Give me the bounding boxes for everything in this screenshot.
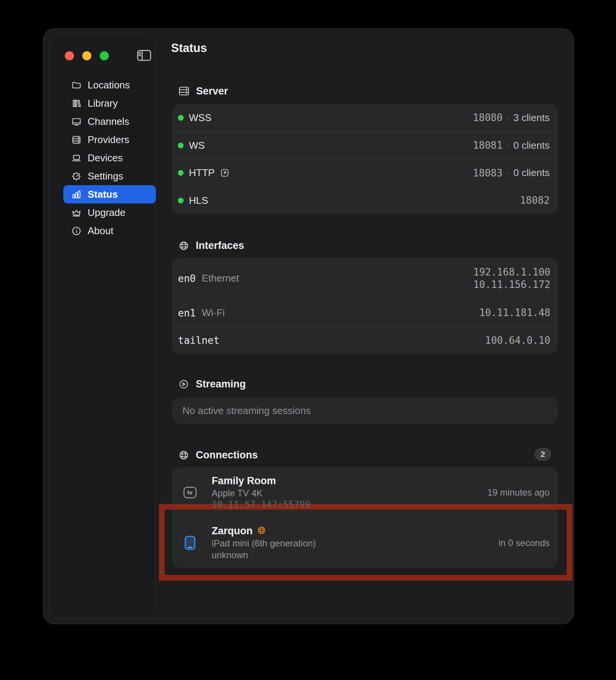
server-row-wss: WSS 18080 · 3 clients [172,104,558,132]
server-port: 18082 [520,195,550,206]
sidebar-item-label: About [88,225,113,237]
sidebar-item-label: Upgrade [88,207,126,219]
sidebar-toggle-icon[interactable] [137,50,151,61]
connection-device: Apple TV 4K [212,487,310,499]
streaming-section-title: Streaming [196,378,246,390]
sidebar-item-label: Library [88,98,118,109]
separator-dot: · [506,140,510,151]
interface-row-tailnet: tailnet 100.64.0.10 [172,326,558,354]
server-icon [179,87,189,96]
server-card: WSS 18080 · 3 clients WS 18081 · 0 clien… [172,104,558,214]
server-row-ws: WS 18081 · 0 clients [172,132,558,159]
interface-kind: Ethernet [202,272,239,284]
display-icon [71,116,82,127]
sidebar-item-about[interactable]: About [63,222,156,240]
server-port: 18083 [473,167,503,179]
connection-name: Family Room [212,475,310,487]
sidebar-item-label: Channels [88,116,129,128]
external-link-icon[interactable] [220,168,229,178]
sidebar-item-label: Locations [88,79,130,91]
app-window: Locations Library Channels Providers [43,28,574,624]
bar-chart-icon [71,189,82,200]
interface-name: en1 [178,307,196,319]
sidebar-item-devices[interactable]: Devices [63,149,156,167]
crown-icon [71,207,82,218]
sidebar-item-status[interactable]: Status [63,185,156,203]
laptop-icon [71,153,82,163]
apple-tv-icon: tv [183,487,197,498]
annotation-highlight-box [159,504,572,581]
ip-address: 10.11.181.48 [479,307,550,319]
globe-icon [179,241,189,251]
interface-kind: Wi-Fi [202,307,225,319]
sidebar-item-settings[interactable]: Settings [63,167,156,185]
apple-tv-icon-label: tv [187,489,193,496]
zoom-button[interactable] [100,51,109,60]
sidebar-item-providers[interactable]: Providers [63,131,156,149]
server-port: 18081 [473,140,503,151]
interfaces-section-header: Interfaces [179,239,244,252]
ip-address: 10.11.156.172 [473,279,551,291]
folder-icon [71,80,82,90]
server-rack-icon [71,134,82,145]
status-dot-green [178,115,184,121]
ip-address: 100.64.0.10 [485,334,550,347]
server-row-hls: HLS 18082 [172,187,558,214]
server-clients: 3 clients [514,112,550,124]
server-clients: 0 clients [514,140,550,151]
server-row-http: HTTP 18083 · 0 clients [172,159,558,187]
sidebar-item-library[interactable]: Library [63,94,156,112]
server-section-header: Server [179,85,228,97]
sidebar-item-locations[interactable]: Locations [63,76,156,94]
globe-icon [179,450,189,460]
server-row-label: HTTP [189,167,215,179]
streaming-card: No active streaming sessions [172,397,558,424]
separator-dot: · [506,167,510,179]
close-button[interactable] [65,51,74,60]
connection-address: 10.11.57.147:55799 [212,499,310,510]
separator-dot: · [506,112,510,124]
sidebar-item-label: Devices [88,152,123,164]
screenshot-stage: Locations Library Channels Providers [0,0,616,680]
play-circle-icon [179,379,189,389]
connections-count-badge: 2 [534,448,551,461]
connection-time: 19 minutes ago [487,487,550,498]
interface-row-en0: en0 Ethernet 192.168.1.100 10.11.156.172 [172,258,558,299]
sidebar-item-label: Providers [88,134,129,146]
server-clients: 0 clients [514,167,550,179]
streaming-section-header: Streaming [179,378,246,390]
status-dot-green [178,143,184,148]
streaming-empty-message: No active streaming sessions [182,405,311,417]
sidebar-item-channels[interactable]: Channels [63,112,156,131]
books-icon [71,98,82,109]
interface-name: en0 [178,273,196,284]
page-title: Status [171,41,207,55]
sidebar-item-label: Status [88,189,118,200]
connections-section-title: Connections [196,449,258,461]
server-row-label: HLS [189,195,208,206]
interfaces-section-title: Interfaces [196,240,244,252]
server-row-label: WSS [189,112,211,124]
gear-icon [71,171,82,181]
sidebar-item-upgrade[interactable]: Upgrade [63,203,156,222]
interface-name: tailnet [178,335,220,346]
sidebar-item-label: Settings [88,170,123,182]
server-port: 18080 [473,112,503,123]
server-row-label: WS [189,140,205,151]
interface-row-en1: en1 Wi-Fi 10.11.181.48 [172,299,558,326]
ip-address: 192.168.1.100 [473,266,551,279]
interface-addresses: 192.168.1.100 10.11.156.172 [473,266,551,291]
status-dot-green [178,198,184,203]
minimize-button[interactable] [82,51,91,60]
connections-section-header: Connections [179,449,258,461]
info-icon [71,225,82,236]
status-dot-green [178,170,184,176]
server-section-title: Server [196,85,228,97]
interfaces-card: en0 Ethernet 192.168.1.100 10.11.156.172… [172,258,558,354]
sidebar: Locations Library Channels Providers [50,35,155,618]
